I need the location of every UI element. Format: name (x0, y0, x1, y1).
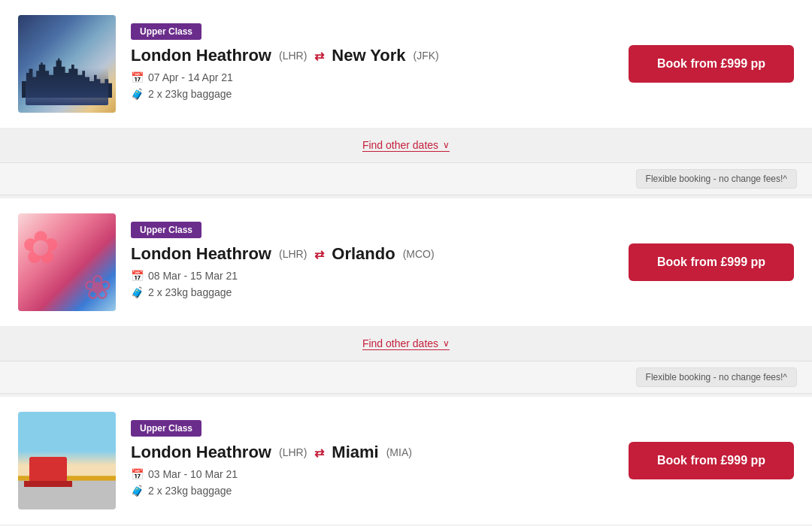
class-badge: Upper Class (131, 222, 201, 238)
route-arrow-icon: ⇄ (314, 446, 324, 460)
calendar-icon: 📅 (131, 71, 144, 83)
book-button-orlando[interactable]: Book from £999 pp (629, 243, 794, 281)
route-arrow-icon: ⇄ (314, 247, 324, 261)
flight-card-new-york: Upper Class London Heathrow (LHR) ⇄ New … (0, 0, 812, 128)
origin-code: (LHR) (279, 248, 307, 260)
destination-name: Miami (332, 443, 378, 462)
chevron-down-icon-2: ∨ (443, 338, 450, 349)
find-other-dates-link-1[interactable]: Find other dates ∨ (362, 139, 450, 152)
flight-info-orlando: Upper Class London Heathrow (LHR) ⇄ Orla… (131, 222, 629, 303)
baggage-icon: 🧳 (131, 286, 144, 298)
flexible-bar-1: Flexible booking - no change fees!^ (0, 163, 812, 195)
baggage-info: 2 x 23kg baggage (148, 88, 232, 100)
origin-code: (LHR) (279, 50, 307, 62)
chevron-down-icon-1: ∨ (443, 140, 450, 150)
flight-dates: 08 Mar - 15 Mar 21 (148, 270, 238, 282)
destination-code: (MCO) (403, 248, 435, 260)
route-line: London Heathrow (LHR) ⇄ New York (JFK) (131, 46, 629, 65)
destination-name: Orlando (332, 244, 395, 264)
baggage-info: 2 x 23kg baggage (148, 485, 232, 497)
route-line: London Heathrow (LHR) ⇄ Orlando (MCO) (131, 244, 629, 264)
class-badge: Upper Class (131, 420, 201, 437)
origin-code: (LHR) (279, 446, 307, 458)
destination-code: (JFK) (414, 50, 439, 62)
find-dates-label-1: Find other dates (362, 139, 438, 151)
flight-card-orlando: Upper Class London Heathrow (LHR) ⇄ Orla… (0, 198, 812, 327)
flexible-badge-1: Flexible booking - no change fees!^ (636, 169, 797, 189)
find-dates-label-2: Find other dates (362, 337, 438, 349)
origin-name: London Heathrow (131, 46, 271, 65)
flexible-badge-2: Flexible booking - no change fees!^ (636, 367, 797, 387)
origin-name: London Heathrow (131, 443, 271, 462)
baggage-info: 2 x 23kg baggage (148, 286, 232, 298)
flight-info-miami: Upper Class London Heathrow (LHR) ⇄ Miam… (131, 420, 629, 501)
route-line: London Heathrow (LHR) ⇄ Miami (MIA) (131, 443, 629, 462)
book-button-miami[interactable]: Book from £999 pp (629, 442, 794, 479)
flight-dates: 07 Apr - 14 Apr 21 (148, 71, 233, 83)
dates-row: 📅 03 Mar - 10 Mar 21 (131, 468, 629, 480)
baggage-row: 🧳 2 x 23kg baggage (131, 485, 629, 497)
calendar-icon: 📅 (131, 468, 144, 480)
route-arrow-icon: ⇄ (314, 49, 324, 63)
flight-dates: 03 Mar - 10 Mar 21 (148, 468, 238, 480)
class-badge: Upper Class (131, 23, 201, 40)
find-dates-bar-2: Find other dates ∨ (0, 327, 812, 361)
destination-image-new-york (18, 15, 116, 113)
baggage-row: 🧳 2 x 23kg baggage (131, 88, 629, 100)
flexible-bar-2: Flexible booking - no change fees!^ (0, 361, 812, 394)
calendar-icon: 📅 (131, 270, 144, 282)
baggage-row: 🧳 2 x 23kg baggage (131, 286, 629, 298)
origin-name: London Heathrow (131, 244, 271, 264)
find-other-dates-link-2[interactable]: Find other dates ∨ (362, 337, 450, 350)
baggage-icon: 🧳 (131, 485, 144, 497)
destination-code: (MIA) (386, 446, 412, 458)
flight-info-new-york: Upper Class London Heathrow (LHR) ⇄ New … (131, 23, 629, 104)
dates-row: 📅 08 Mar - 15 Mar 21 (131, 270, 629, 282)
destination-name: New York (332, 46, 405, 65)
baggage-icon: 🧳 (131, 88, 144, 100)
destination-image-orlando (18, 213, 116, 311)
destination-image-miami (18, 412, 116, 509)
flight-card-miami: Upper Class London Heathrow (LHR) ⇄ Miam… (0, 397, 812, 525)
dates-row: 📅 07 Apr - 14 Apr 21 (131, 71, 629, 83)
book-button-new-york[interactable]: Book from £999 pp (629, 45, 794, 83)
find-dates-bar-1: Find other dates ∨ (0, 128, 812, 163)
